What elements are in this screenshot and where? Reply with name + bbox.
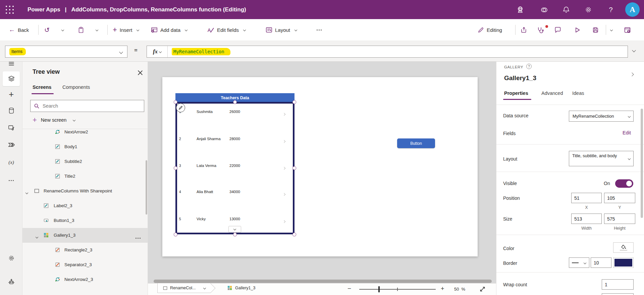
properties-scrollbar[interactable] [641, 109, 643, 218]
border-style-dropdown[interactable] [569, 257, 589, 268]
tab-properties[interactable]: Properties [504, 91, 528, 96]
editing-mode-button[interactable]: Editing [478, 19, 502, 41]
gallery-row[interactable]: 1 Sushmita 26000 [177, 104, 293, 124]
tree-item-nextarrow2-3[interactable]: NextArrow2_3 [22, 272, 148, 287]
item-more-icon[interactable] [136, 235, 141, 240]
environment-icon[interactable] [515, 5, 525, 15]
tree-item-button1-3[interactable]: Button1_3 [22, 213, 148, 228]
fit-to-screen-icon[interactable] [479, 286, 486, 294]
more-commands-button[interactable] [317, 19, 322, 41]
notifications-bell-icon[interactable] [561, 5, 571, 15]
next-property-input-partial[interactable] [602, 293, 634, 295]
property-selector-dropdown[interactable]: Items [5, 46, 127, 58]
tab-components[interactable]: Components [62, 84, 90, 90]
canvas-button-control[interactable]: Button [397, 138, 435, 148]
formula-input[interactable]: MyRenameCollection [172, 48, 230, 55]
layout-button[interactable]: Layout [266, 19, 297, 41]
border-width-input[interactable] [591, 257, 611, 268]
tree-item-body1[interactable]: Body1 [22, 139, 148, 154]
tree-search-box[interactable] [30, 100, 144, 112]
power-automate-rail-icon[interactable] [0, 139, 22, 151]
panel-collapse-chevron[interactable] [631, 71, 633, 77]
selection-handle[interactable] [292, 166, 296, 170]
tree-item-title2[interactable]: Title2 [22, 169, 148, 184]
tab-advanced[interactable]: Advanced [541, 91, 563, 96]
tree-scrollbar[interactable] [146, 160, 147, 215]
insert-rail-icon[interactable]: + [0, 88, 22, 100]
app-checker-button[interactable] [537, 19, 544, 41]
tree-item-subtitle2[interactable]: Subtitle2 [22, 154, 148, 169]
insert-button[interactable]: + Insert [113, 19, 139, 41]
tab-ideas[interactable]: Ideas [572, 91, 584, 96]
tree-item-renamecolumns-screen[interactable]: RenameColumns With Sharepoint [22, 184, 148, 198]
waffle-menu-icon[interactable] [5, 5, 15, 15]
tree-item-rectangle2-3[interactable]: Rectangle2_3 [22, 243, 148, 257]
color-fill-button[interactable] [613, 242, 634, 253]
selection-handle[interactable] [233, 100, 237, 104]
tree-item-nextarrow2[interactable]: NextArrow2 [22, 129, 148, 139]
wrap-count-input[interactable] [602, 279, 634, 290]
chevron-expanded-icon[interactable] [26, 190, 28, 195]
paste-dropdown[interactable] [96, 19, 98, 41]
tree-item-gallery1-3[interactable]: Gallery1_3 [22, 228, 148, 243]
virtual-agent-rail-icon[interactable] [0, 276, 22, 288]
tree-item-separator2-3[interactable]: Separator2_3 [22, 257, 148, 272]
media-rail-icon[interactable] [0, 122, 22, 134]
add-data-button[interactable]: Add data [151, 19, 187, 41]
preview-play-button[interactable] [574, 19, 581, 41]
tree-item-label2-3[interactable]: Label2_3 [22, 198, 148, 213]
settings-gear-icon[interactable] [583, 5, 593, 15]
paste-button[interactable] [78, 19, 84, 41]
copilot-icon[interactable] [539, 5, 549, 15]
hamburger-menu-icon[interactable] [0, 58, 22, 70]
position-y-input[interactable] [604, 193, 635, 203]
selection-handle[interactable] [233, 233, 237, 236]
zoom-in-button[interactable]: + [441, 285, 444, 292]
selection-handle[interactable] [174, 233, 177, 236]
layout-dropdown[interactable]: Title, subtitle, and body [569, 151, 634, 166]
selection-handle[interactable] [292, 100, 296, 104]
size-height-input[interactable] [604, 214, 635, 224]
gallery-scroll-down-chip[interactable] [228, 226, 241, 233]
data-rail-icon[interactable] [0, 105, 22, 117]
new-screen-button[interactable]: + New screen [33, 115, 75, 125]
help-icon[interactable]: ? [606, 5, 616, 15]
edit-fields-button[interactable]: A Edit fields [207, 19, 246, 41]
fx-dropdown[interactable]: fx [147, 46, 168, 57]
border-color-swatch[interactable] [613, 257, 634, 268]
position-x-input[interactable] [571, 193, 602, 203]
settings-rail-icon[interactable] [0, 252, 22, 264]
share-button[interactable] [521, 19, 527, 41]
gallery-control[interactable]: 1 Sushmita 26000 2 Anjali Sharma 28000 3… [175, 102, 294, 234]
publish-button[interactable] [624, 19, 631, 41]
gallery-row[interactable]: 2 Anjali Sharma 28000 [177, 131, 293, 152]
selection-handle[interactable] [174, 166, 177, 170]
zoom-out-button[interactable]: − [347, 285, 351, 292]
canvas-horizontal-scrollbar[interactable] [154, 280, 492, 283]
search-input[interactable] [43, 103, 133, 109]
variables-rail-icon[interactable]: (x) [0, 156, 22, 168]
data-source-dropdown[interactable]: MyRenameCollection [569, 111, 634, 122]
close-icon[interactable] [137, 69, 144, 76]
undo-button[interactable]: ↺ [44, 19, 50, 41]
comments-button[interactable] [554, 19, 561, 41]
tab-screens[interactable]: Screens [33, 84, 51, 90]
more-rail-icon[interactable] [0, 174, 22, 186]
control-breadcrumb[interactable]: Gallery1_3 [227, 283, 255, 293]
chevron-expanded-icon[interactable] [36, 234, 38, 239]
undo-dropdown[interactable] [62, 19, 64, 41]
back-button[interactable]: ← Back [9, 19, 29, 41]
tree-view-rail-icon[interactable] [0, 73, 22, 85]
size-width-input[interactable] [571, 214, 602, 224]
save-button[interactable] [592, 19, 599, 41]
help-icon[interactable]: ? [526, 64, 532, 69]
gallery-row[interactable]: 4 Alia Bhatt 34000 [177, 184, 293, 204]
selection-handle[interactable] [174, 100, 177, 104]
selection-handle[interactable] [292, 233, 296, 236]
avatar[interactable]: A [625, 2, 640, 17]
edit-gallery-pencil-badge[interactable] [176, 103, 185, 112]
visible-toggle[interactable] [615, 179, 633, 188]
fields-edit-link[interactable]: Edit [623, 130, 631, 135]
zoom-slider-handle[interactable] [378, 286, 380, 292]
gallery-row[interactable]: 3 Lata Verma 22000 [177, 158, 293, 178]
